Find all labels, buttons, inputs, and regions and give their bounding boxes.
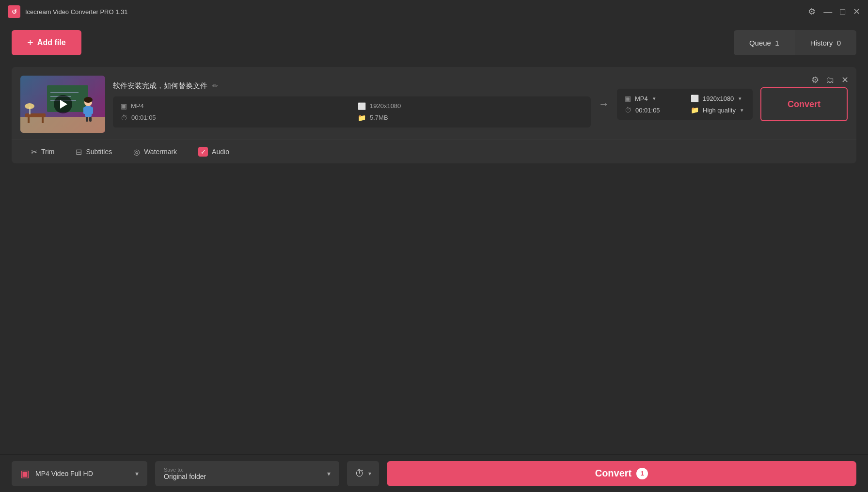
- convert-count-badge: 1: [636, 468, 648, 479]
- maximize-button[interactable]: □: [840, 7, 845, 17]
- file-settings-icon[interactable]: ⚙: [811, 75, 819, 85]
- target-quality-chevron: ▾: [741, 107, 743, 113]
- close-button[interactable]: ✕: [853, 6, 860, 17]
- play-button[interactable]: [54, 95, 72, 113]
- save-to-chevron-icon: ▾: [327, 470, 331, 477]
- source-duration-value: 00:01:05: [131, 114, 156, 121]
- format-label: MP4 Video Full HD: [35, 470, 129, 477]
- watermark-label: Watermark: [144, 148, 177, 156]
- history-label: History: [810, 39, 833, 47]
- bottom-bar: ▣ MP4 Video Full HD ▾ Save to: Original …: [0, 454, 868, 492]
- target-resolution[interactable]: ⬜ 1920x1080 ▾: [691, 95, 745, 102]
- file-card-top: 软件安装完成，如何替换文件 ✏ ▣ MP4 ⬜ 1920x1080 ⏱: [20, 76, 848, 133]
- queue-label: Queue: [749, 39, 771, 47]
- item-convert-button[interactable]: Convert: [760, 87, 848, 121]
- trim-label: Trim: [41, 148, 54, 156]
- file-title-row: 软件安装完成，如何替换文件 ✏: [113, 81, 591, 91]
- card-actions: ⚙ 🗂 ✕: [811, 75, 849, 85]
- target-quality[interactable]: 📁 High quality ▾: [691, 106, 745, 114]
- svg-rect-13: [83, 107, 86, 114]
- main-content: ⚙ 🗂 ✕: [0, 62, 868, 168]
- clock-chevron-icon: ▾: [368, 470, 371, 477]
- video-thumbnail[interactable]: [20, 76, 105, 133]
- main-convert-button[interactable]: Convert 1: [387, 461, 856, 486]
- play-triangle-icon: [60, 100, 67, 109]
- target-film-icon: ▣: [625, 95, 631, 102]
- file-title: 软件安装完成，如何替换文件: [113, 81, 207, 91]
- clock-history-icon: ⏱: [355, 468, 364, 479]
- svg-point-10: [25, 103, 34, 109]
- svg-rect-14: [91, 107, 93, 114]
- save-to-content: Save to: Original folder: [164, 467, 321, 480]
- app-logo: ↺: [8, 5, 20, 18]
- queue-tab[interactable]: Queue 1: [734, 30, 795, 55]
- svg-rect-12: [85, 106, 92, 117]
- title-bar-controls: ⚙ — □ ✕: [808, 6, 860, 17]
- plus-icon: +: [27, 36, 33, 49]
- audio-checkmark-icon: ✓: [201, 148, 206, 156]
- source-size-value: 5.7MB: [370, 114, 388, 121]
- svg-point-17: [84, 97, 93, 103]
- settings-icon[interactable]: ⚙: [808, 6, 816, 17]
- audio-label: Audio: [212, 148, 229, 156]
- file-folder-icon[interactable]: 🗂: [826, 75, 835, 85]
- target-quality-value: High quality: [703, 107, 736, 114]
- target-resolution-value: 1920x1080: [703, 95, 734, 102]
- svg-rect-15: [86, 117, 88, 122]
- app-title: Icecream Video Converter PRO 1.31: [25, 8, 127, 16]
- title-bar: ↺ Icecream Video Converter PRO 1.31 ⚙ — …: [0, 0, 868, 23]
- source-size: 📁 5.7MB: [358, 114, 583, 122]
- format-icon: ▣: [20, 468, 30, 479]
- save-to-label: Save to:: [164, 467, 321, 473]
- source-format-value: MP4: [131, 102, 144, 110]
- arrow-separator: →: [599, 98, 609, 111]
- target-duration-value: 00:01:05: [635, 107, 660, 114]
- add-file-label: Add file: [37, 38, 66, 47]
- history-tab[interactable]: History 0: [795, 30, 856, 55]
- save-to-selector[interactable]: Save to: Original folder ▾: [155, 461, 339, 486]
- target-resolution-chevron: ▾: [739, 95, 742, 102]
- edit-title-icon[interactable]: ✏: [212, 82, 218, 90]
- watermark-button[interactable]: ◎ Watermark: [123, 140, 188, 163]
- svg-rect-0: [20, 117, 105, 133]
- history-count: 0: [837, 39, 841, 47]
- file-meta-target: ▣ MP4 ▾ ⬜ 1920x1080 ▾ ⏱ 00:01:05 📁 High …: [617, 89, 753, 120]
- audio-button[interactable]: ✓ Audio: [188, 140, 240, 163]
- add-file-button[interactable]: + Add file: [12, 30, 81, 55]
- file-meta-source: ▣ MP4 ⬜ 1920x1080 ⏱ 00:01:05 📁 5.7MB: [113, 96, 591, 127]
- clock-icon: ⏱: [121, 114, 127, 122]
- trim-button[interactable]: ✂ Trim: [20, 140, 65, 163]
- file-card: ⚙ 🗂 ✕: [12, 67, 856, 163]
- svg-rect-7: [28, 117, 30, 123]
- main-convert-label: Convert: [595, 468, 632, 479]
- file-close-icon[interactable]: ✕: [841, 75, 849, 85]
- subtitles-label: Subtitles: [86, 148, 112, 156]
- target-format-chevron: ▾: [653, 95, 656, 102]
- watermark-icon: ◎: [133, 147, 140, 157]
- title-bar-left: ↺ Icecream Video Converter PRO 1.31: [8, 5, 127, 18]
- top-bar: + Add file Queue 1 History 0: [0, 23, 868, 62]
- format-selector[interactable]: ▣ MP4 Video Full HD ▾: [12, 461, 147, 486]
- format-chevron-icon: ▾: [135, 470, 139, 477]
- film-icon: ▣: [121, 102, 127, 110]
- target-format[interactable]: ▣ MP4 ▾: [625, 95, 679, 102]
- subtitles-icon: ⊟: [76, 147, 82, 157]
- audio-checkbox[interactable]: ✓: [198, 147, 208, 157]
- target-quality-icon: 📁: [691, 106, 699, 114]
- source-resolution: ⬜ 1920x1080: [358, 102, 583, 110]
- source-duration: ⏱ 00:01:05: [121, 114, 346, 122]
- minimize-button[interactable]: —: [823, 7, 832, 17]
- file-info-main: 软件安装完成，如何替换文件 ✏ ▣ MP4 ⬜ 1920x1080 ⏱: [113, 81, 591, 127]
- target-clock-icon: ⏱: [625, 106, 631, 114]
- queue-history-tabs: Queue 1 History 0: [734, 30, 856, 55]
- subtitles-button[interactable]: ⊟ Subtitles: [65, 140, 123, 163]
- svg-rect-6: [25, 113, 46, 117]
- folder-icon: 📁: [358, 114, 366, 122]
- target-format-value: MP4: [635, 95, 648, 102]
- save-to-value: Original folder: [164, 473, 321, 480]
- history-clock-button[interactable]: ⏱ ▾: [347, 461, 379, 486]
- svg-rect-8: [42, 117, 44, 123]
- monitor-icon: ⬜: [358, 102, 366, 110]
- trim-icon: ✂: [31, 147, 37, 157]
- convert-count-value: 1: [641, 470, 644, 477]
